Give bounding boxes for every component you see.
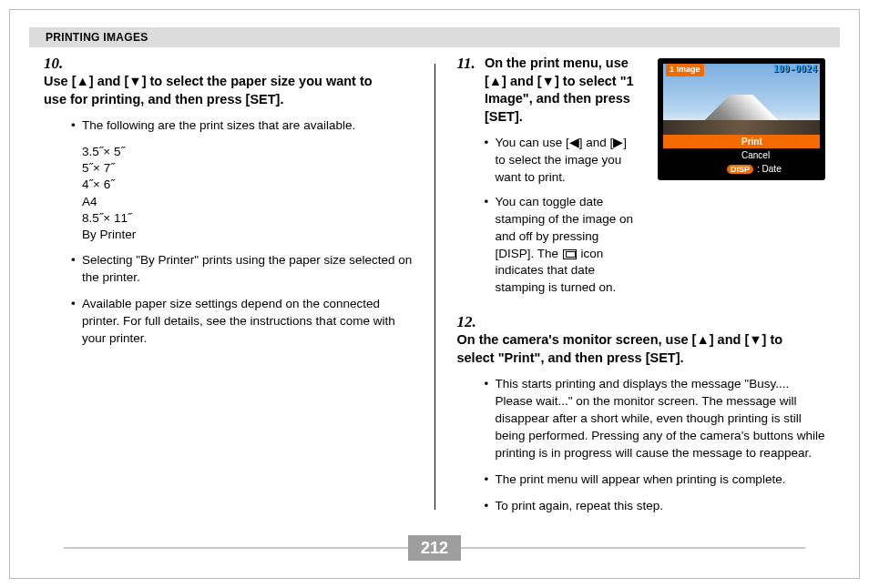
- size-item: By Printer: [82, 227, 413, 243]
- bullet-text: The print menu will appear when printing…: [484, 471, 825, 489]
- step-11-bullets: You can use [◀] and [▶] to select the im…: [456, 135, 639, 297]
- step-number: 10.: [44, 55, 67, 73]
- mountain-graphic: [663, 95, 820, 135]
- bullet-text: Selecting "By Printer" prints using the …: [71, 252, 413, 287]
- size-item: 5˝× 7˝: [82, 160, 413, 177]
- disp-tag: DISP: [727, 165, 753, 174]
- step-instruction: Use [▲] and [▼] to select the paper size…: [44, 73, 390, 108]
- size-item: A4: [82, 194, 413, 210]
- date-stamp-icon: [563, 249, 577, 259]
- footer-rule-right: [461, 547, 805, 549]
- menu-print-row: Print: [663, 135, 820, 148]
- step-number: 11.: [456, 55, 480, 73]
- step-10-bullets-cont: Selecting "By Printer" prints using the …: [44, 252, 413, 347]
- paper-sizes-list: 3.5˝× 5˝ 5˝× 7˝ 4˝× 6˝ A4 8.5˝× 11˝ By P…: [44, 144, 413, 243]
- section-title: PRINTING IMAGES: [46, 31, 148, 44]
- bullet-text: You can use [◀] and [▶] to select the im…: [484, 135, 639, 187]
- camera-monitor-illustration: 1 Image 100-0024 Print Cancel DISP : Dat…: [658, 58, 825, 180]
- section-header: PRINTING IMAGES: [29, 27, 840, 47]
- menu-disp-row: DISP : Date: [663, 162, 820, 176]
- size-item: 3.5˝× 5˝: [82, 144, 413, 160]
- screen-menu: Print Cancel DISP : Date: [663, 135, 820, 176]
- screen-topbar: 1 Image 100-0024: [663, 64, 820, 76]
- column-divider: [434, 64, 435, 510]
- step-instruction: On the print menu, use [▲] and [▼] to se…: [485, 55, 649, 126]
- image-counter: 100-0024: [773, 64, 817, 76]
- bullet-text: To print again, repeat this step.: [484, 498, 825, 515]
- step-12: 12. On the camera's monitor screen, use …: [456, 313, 825, 367]
- content-area: 10. Use [▲] and [▼] to select the paper …: [44, 55, 825, 546]
- bullet-text: This starts printing and displays the me…: [484, 376, 825, 461]
- bullet-text: The following are the print sizes that a…: [71, 117, 413, 135]
- footer: 212: [29, 535, 840, 561]
- bullet-text: You can toggle date stamping of the imag…: [484, 194, 639, 297]
- size-item: 4˝× 6˝: [82, 177, 413, 193]
- step-10: 10. Use [▲] and [▼] to select the paper …: [44, 55, 413, 108]
- right-column: 11. On the print menu, use [▲] and [▼] t…: [456, 55, 825, 546]
- bullet-text: Available paper size settings depend on …: [71, 296, 413, 348]
- left-column: 10. Use [▲] and [▼] to select the paper …: [44, 55, 413, 546]
- step-12-bullets: This starts printing and displays the me…: [456, 376, 825, 514]
- one-image-badge: 1 Image: [666, 64, 704, 76]
- step-instruction: On the camera's monitor screen, use [▲] …: [456, 331, 803, 367]
- footer-rule-left: [64, 547, 408, 549]
- date-label: : Date: [757, 164, 782, 174]
- size-item: 8.5˝× 11˝: [82, 210, 413, 227]
- step-10-bullets: The following are the print sizes that a…: [44, 117, 413, 135]
- menu-cancel-row: Cancel: [663, 148, 820, 162]
- step-number: 12.: [456, 313, 480, 331]
- page-number: 212: [408, 535, 461, 561]
